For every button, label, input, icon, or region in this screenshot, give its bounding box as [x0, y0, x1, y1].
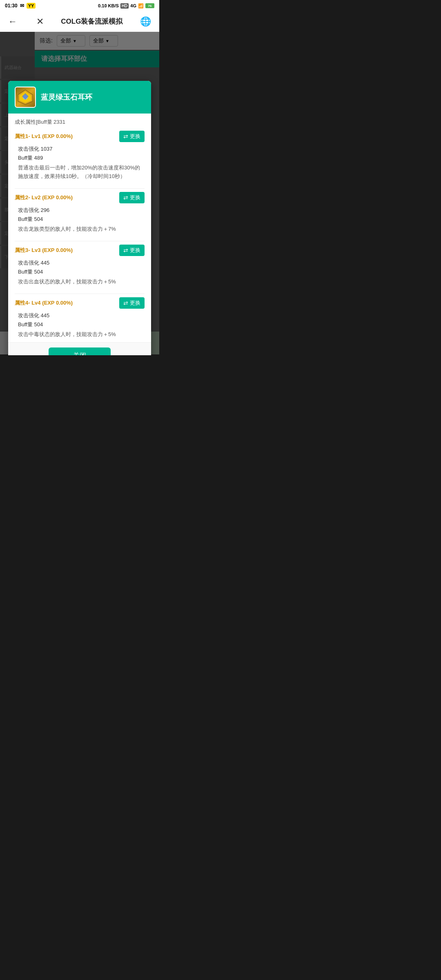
- close-button[interactable]: ✕: [35, 15, 45, 29]
- swap-icon-1: ⇄: [123, 133, 128, 140]
- badge-icon: YY: [27, 3, 36, 9]
- swap-button-4[interactable]: ⇄ 更换: [119, 297, 145, 309]
- swap-icon-4: ⇄: [123, 300, 128, 306]
- battery-icon: 76: [145, 3, 154, 8]
- item-detail-modal: 蓝灵绿玉石耳环 成长属性[Buff量 2331 属性1- Lv1 (EXP 0.…: [8, 81, 151, 355]
- attr-header-2: 属性2- Lv2 (EXP 0.00%) ⇄ 更换: [15, 192, 145, 203]
- swap-button-1[interactable]: ⇄ 更换: [119, 131, 145, 142]
- attr-level-3: 属性3- Lv3 (EXP 0.00%): [15, 247, 73, 254]
- attr-buff-2: Buff量 504: [18, 215, 145, 224]
- speed-text: 0.10 KB/S: [98, 3, 119, 8]
- modal-header: 蓝灵绿玉石耳环: [8, 81, 151, 114]
- swap-icon-3: ⇄: [123, 247, 128, 254]
- attr-block-2: 属性2- Lv2 (EXP 0.00%) ⇄ 更换 攻击强化 296 Buff量…: [15, 192, 145, 234]
- attr-level-1: 属性1- Lv1 (EXP 0.00%): [15, 133, 73, 140]
- attr-atk-1: 攻击强化 1037: [18, 145, 145, 154]
- attr-buff-3: Buff量 504: [18, 267, 145, 276]
- item-name: 蓝灵绿玉石耳环: [41, 92, 92, 102]
- attr-atk-2: 攻击强化 296: [18, 206, 145, 215]
- attr-buff-1: Buff量 489: [18, 154, 145, 163]
- attr-level-2: 属性2- Lv2 (EXP 0.00%): [15, 194, 73, 201]
- swap-button-2[interactable]: ⇄ 更换: [119, 192, 145, 203]
- attr-block-4: 属性4- Lv4 (EXP 0.00%) ⇄ 更换 攻击强化 445 Buff量…: [15, 297, 145, 339]
- attr-buff-4: Buff量 504: [18, 320, 145, 329]
- attr-block-1: 属性1- Lv1 (EXP 0.00%) ⇄ 更换 攻击强化 1037 Buff…: [15, 131, 145, 181]
- mail-icon: ✉: [20, 3, 24, 9]
- attr-atk-3: 攻击强化 445: [18, 258, 145, 267]
- page-title: COLG装备流派模拟: [61, 17, 122, 26]
- main-content: 武器融合 定制属性 上衣融合 定制属性 头盾融合 定制属性 腰带融合 定制属性 …: [0, 32, 159, 354]
- attr-desc-2: 攻击龙族类型的敌人时，技能攻击力＋7%: [15, 225, 145, 234]
- status-right: 0.10 KB/S HD 4G 📶 76: [98, 3, 154, 9]
- globe-icon[interactable]: 🌐: [138, 15, 153, 29]
- signal-icon: 📶: [138, 3, 144, 9]
- attr-atk-4: 攻击强化 445: [18, 311, 145, 320]
- attr-header-1: 属性1- Lv1 (EXP 0.00%) ⇄ 更换: [15, 131, 145, 142]
- attr-stats-4: 攻击强化 445 Buff量 504: [15, 311, 145, 329]
- status-left: 01:30 ✉ YY: [5, 3, 36, 9]
- swap-icon-2: ⇄: [123, 194, 128, 201]
- modal-body: 成长属性[Buff量 2331 属性1- Lv1 (EXP 0.00%) ⇄ 更…: [8, 114, 151, 342]
- growth-text: 成长属性[Buff量 2331: [15, 118, 145, 126]
- network-text: 4G: [130, 3, 136, 8]
- attr-stats-1: 攻击强化 1037 Buff量 489: [15, 145, 145, 163]
- attr-header-3: 属性3- Lv3 (EXP 0.00%) ⇄ 更换: [15, 245, 145, 256]
- attr-stats-2: 攻击强化 296 Buff量 504: [15, 206, 145, 224]
- attr-level-4: 属性4- Lv4 (EXP 0.00%): [15, 299, 73, 307]
- top-nav: ← ✕ COLG装备流派模拟 🌐: [0, 11, 159, 32]
- close-modal-button[interactable]: 关闭: [49, 347, 111, 355]
- status-bar: 01:30 ✉ YY 0.10 KB/S HD 4G 📶 76: [0, 0, 159, 11]
- attr-block-3: 属性3- Lv3 (EXP 0.00%) ⇄ 更换 攻击强化 445 Buff量…: [15, 245, 145, 286]
- back-button[interactable]: ←: [7, 15, 19, 29]
- attr-header-4: 属性4- Lv4 (EXP 0.00%) ⇄ 更换: [15, 297, 145, 309]
- time: 01:30: [5, 3, 18, 9]
- hd-badge: HD: [120, 3, 129, 9]
- attr-stats-3: 攻击强化 445 Buff量 504: [15, 258, 145, 276]
- close-btn-wrap: 关闭: [8, 342, 151, 355]
- attr-desc-3: 攻击出血状态的敌人时，技能攻击力＋5%: [15, 278, 145, 286]
- attr-desc-4: 攻击中毒状态的敌人时，技能攻击力＋5%: [15, 330, 145, 339]
- swap-button-3[interactable]: ⇄ 更换: [119, 245, 145, 256]
- attr-desc-1: 普通攻击最后一击时，增加20%的攻击速度和30%的施放速度，效果持续10秒。（冷…: [15, 164, 145, 181]
- item-icon: [15, 87, 36, 108]
